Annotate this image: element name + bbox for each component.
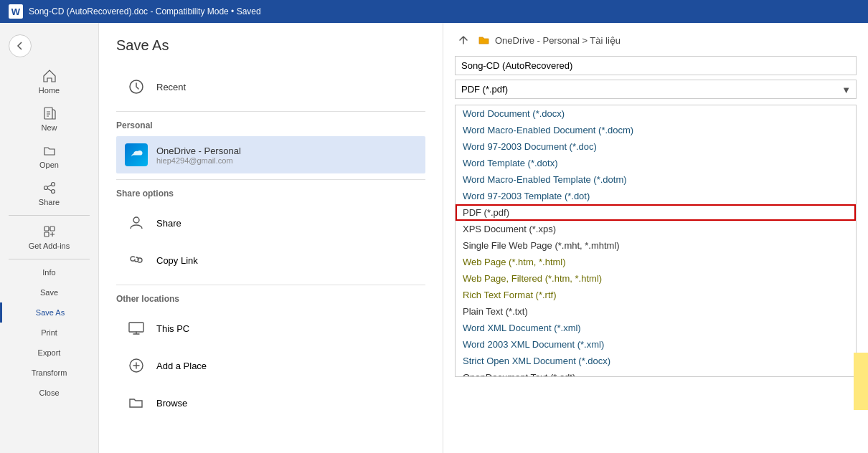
format-item-dotm[interactable]: Word Macro-Enabled Template (*.dotm)	[456, 171, 856, 188]
divider-personal	[116, 111, 425, 112]
add-place-icon	[125, 354, 148, 377]
title-bar: W Song-CD (AutoRecovered).doc - Compatib…	[0, 0, 868, 23]
format-item-dot[interactable]: Word 97-2003 Template (*.dot)	[456, 188, 856, 204]
share-label: Share	[39, 198, 60, 206]
add-a-place-location[interactable]: Add a Place	[116, 347, 425, 384]
share-label: Share	[156, 218, 181, 229]
navigate-up-button[interactable]	[455, 32, 472, 49]
divider-other	[116, 285, 425, 285]
format-item-txt[interactable]: Plain Text (*.txt)	[456, 303, 856, 320]
format-item-docx[interactable]: Word Document (*.docx)	[456, 105, 856, 122]
svg-point-2	[44, 186, 47, 190]
format-item-rtf[interactable]: Rich Text Format (*.rtf)	[456, 287, 856, 303]
sidebar-item-open[interactable]: Open	[0, 138, 98, 175]
personal-section-header: Personal	[116, 120, 425, 130]
sidebar-item-new[interactable]: New	[0, 100, 98, 138]
onedrive-name: OneDrive - Personal	[156, 146, 241, 156]
print-label: Print	[41, 328, 57, 337]
get-add-ins-icon	[42, 224, 57, 239]
share-option-share[interactable]: Share	[116, 204, 425, 242]
format-item-pdf[interactable]: PDF (*.pdf)	[456, 204, 856, 221]
file-browser: OneDrive - Personal > Tài liệu Word Docu…	[443, 23, 868, 453]
svg-rect-8	[129, 323, 143, 332]
save-as-panel: Save As Recent Personal	[99, 23, 443, 453]
sidebar-item-info[interactable]: Info	[0, 262, 98, 282]
recent-location[interactable]: Recent	[116, 68, 425, 105]
onedrive-email: hiep4294@gmail.com	[156, 156, 241, 165]
onedrive-location[interactable]: OneDrive - Personal hiep4294@gmail.com	[116, 136, 425, 173]
home-icon	[42, 69, 57, 83]
svg-rect-4	[44, 226, 49, 231]
svg-rect-5	[50, 226, 55, 231]
back-button[interactable]	[9, 34, 32, 57]
format-dropdown[interactable]: Word Document (*.docx)Word Macro-Enabled…	[455, 105, 857, 377]
sidebar-item-transform[interactable]: Transform	[0, 363, 98, 383]
recent-label: Recent	[156, 82, 186, 92]
filename-input[interactable]	[455, 56, 857, 75]
format-item-htm-filtered[interactable]: Web Page, Filtered (*.htm, *.html)	[456, 270, 856, 287]
format-item-odt[interactable]: OpenDocument Text (*.odt)	[456, 369, 856, 377]
svg-rect-0	[44, 108, 52, 119]
home-label: Home	[39, 86, 60, 95]
onedrive-icon	[125, 143, 148, 166]
format-item-doc[interactable]: Word 97-2003 Document (*.doc)	[456, 138, 856, 155]
sidebar-item-export[interactable]: Export	[0, 343, 98, 363]
this-pc-label: This PC	[156, 323, 189, 334]
sidebar-divider-2	[9, 259, 90, 259]
sidebar-item-print[interactable]: Print	[0, 323, 98, 343]
format-select[interactable]: Word Document (*.docx)Word Macro-Enabled…	[455, 80, 857, 99]
open-label: Open	[39, 161, 59, 169]
browse-location[interactable]: Browse	[116, 384, 425, 421]
format-item-dotx[interactable]: Word Template (*.dotx)	[456, 155, 856, 171]
browse-icon	[125, 391, 148, 414]
copy-link-icon	[125, 249, 148, 272]
format-item-xps[interactable]: XPS Document (*.xps)	[456, 221, 856, 237]
share-options-header: Share options	[116, 189, 425, 199]
info-label: Info	[42, 268, 55, 277]
get-add-ins-label: Get Add-ins	[29, 242, 70, 250]
svg-point-3	[51, 190, 55, 194]
format-item-docm[interactable]: Word Macro-Enabled Document (*.docm)	[456, 122, 856, 138]
sidebar-item-share[interactable]: Share	[0, 175, 98, 212]
this-pc-location[interactable]: This PC	[116, 310, 425, 347]
transform-label: Transform	[32, 368, 67, 377]
sidebar: Home New Open Share Get Add-ins	[0, 23, 99, 453]
format-select-wrapper: Word Document (*.docx)Word Macro-Enabled…	[455, 80, 857, 99]
sidebar-divider-1	[9, 215, 90, 216]
new-label: New	[41, 123, 57, 132]
other-locations-header: Other locations	[116, 294, 425, 304]
save-as-label: Save As	[36, 308, 65, 317]
format-item-xml2003[interactable]: Word 2003 XML Document (*.xml)	[456, 336, 856, 353]
share-people-icon	[125, 211, 148, 234]
sidebar-item-home[interactable]: Home	[0, 63, 98, 100]
browse-label: Browse	[156, 398, 187, 409]
sidebar-item-close[interactable]: Close	[0, 383, 98, 403]
sidebar-item-get-add-ins[interactable]: Get Add-ins	[0, 219, 98, 256]
sidebar-item-save-as[interactable]: Save As	[0, 302, 98, 323]
breadcrumb: OneDrive - Personal > Tài liệu	[495, 35, 621, 46]
format-item-mht[interactable]: Single File Web Page (*.mht, *.mhtml)	[456, 237, 856, 254]
copy-link-label: Copy Link	[156, 255, 198, 266]
open-icon	[42, 143, 57, 158]
sidebar-item-save[interactable]: Save	[0, 282, 98, 302]
divider-share	[116, 179, 425, 180]
sticky-note-decoration	[854, 353, 868, 410]
share-icon	[42, 181, 57, 195]
save-as-title: Save As	[116, 37, 425, 54]
save-label: Save	[40, 288, 58, 297]
svg-point-1	[51, 183, 55, 186]
copy-link-option[interactable]: Copy Link	[116, 242, 425, 279]
format-item-strict-docx[interactable]: Strict Open XML Document (*.docx)	[456, 353, 856, 369]
clock-icon	[125, 75, 148, 98]
svg-rect-6	[44, 232, 49, 237]
new-icon	[42, 106, 57, 120]
pc-icon	[125, 317, 148, 340]
format-item-xml[interactable]: Word XML Document (*.xml)	[456, 320, 856, 336]
close-label: Close	[39, 388, 59, 397]
breadcrumb-row: OneDrive - Personal > Tài liệu	[455, 32, 857, 49]
export-label: Export	[38, 348, 61, 357]
add-a-place-label: Add a Place	[156, 361, 207, 371]
format-item-htm[interactable]: Web Page (*.htm, *.html)	[456, 254, 856, 270]
title-bar-text: Song-CD (AutoRecovered).doc - Compatibil…	[29, 6, 261, 16]
app-logo: W	[9, 4, 23, 19]
